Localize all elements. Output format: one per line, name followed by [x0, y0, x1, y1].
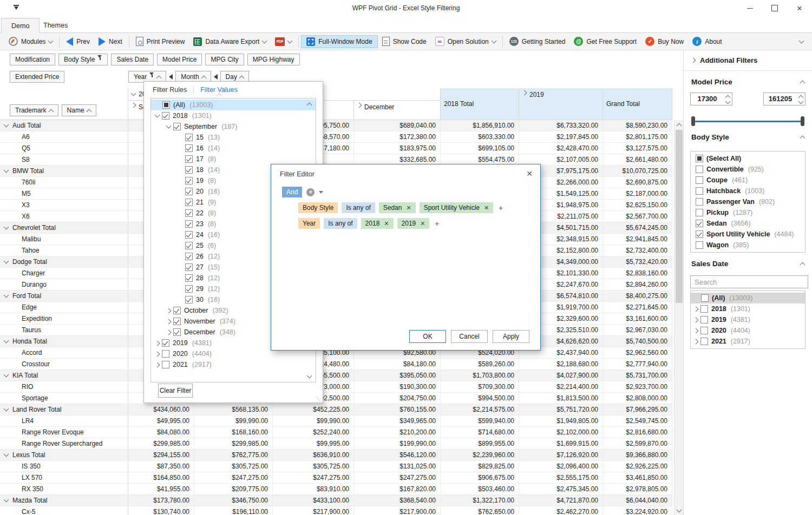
tree-item[interactable]: (Select All): [691, 153, 805, 164]
minimize-button[interactable]: [737, 0, 762, 16]
row-header[interactable]: Sportage: [0, 393, 128, 404]
apply-button[interactable]: Apply: [493, 330, 529, 343]
pivot-cell[interactable]: $190,300.00: [354, 381, 441, 392]
expand-icon[interactable]: [693, 317, 699, 322]
checkbox[interactable]: [173, 123, 181, 130]
row-header[interactable]: LX 570: [0, 472, 128, 483]
additional-filters-header[interactable]: Additional Filters: [684, 50, 812, 71]
checkbox[interactable]: [185, 242, 193, 249]
buy-now-button[interactable]: ✓Buy Now: [641, 35, 688, 48]
tree-item[interactable]: Hatchback(1003): [691, 186, 805, 196]
tree-item[interactable]: Convertible(925): [691, 164, 805, 175]
pivot-cell[interactable]: $2,188,680.00: [519, 359, 603, 369]
collapse-icon[interactable]: [4, 338, 9, 344]
sales-date-search-input[interactable]: [690, 275, 808, 288]
pivot-cell[interactable]: $299,985.00: [194, 438, 273, 449]
row-header[interactable]: S8: [0, 154, 128, 165]
pivot-cell[interactable]: $99,995.00: [273, 438, 354, 449]
pivot-cell[interactable]: $1,322,170.00: [441, 495, 519, 506]
pivot-cell[interactable]: $2,816,680.00: [603, 427, 672, 438]
checkbox[interactable]: [185, 253, 193, 260]
pivot-cell[interactable]: $83,910.00: [273, 484, 354, 494]
pivot-cell[interactable]: $332,685.00: [354, 154, 441, 165]
grid-vertical-scrollbar[interactable]: [674, 120, 684, 515]
pivot-cell[interactable]: $2,197,845.00: [519, 131, 603, 142]
prev-button[interactable]: Prev: [62, 35, 94, 48]
pivot-cell[interactable]: $636,910.00: [273, 450, 354, 460]
pivot-cell[interactable]: $2,978,805.00: [603, 484, 672, 494]
pivot-cell[interactable]: $546,120.00: [354, 450, 441, 460]
collapse-icon[interactable]: [800, 81, 806, 86]
pivot-cell[interactable]: $130,740.00: [128, 506, 194, 515]
expand-icon[interactable]: [693, 328, 699, 333]
pivot-cell[interactable]: $599,940.00: [441, 415, 519, 426]
field-sales-date[interactable]: Sales Date: [111, 54, 154, 65]
pivot-cell[interactable]: $2,923,700.00: [603, 381, 672, 392]
pivot-cell[interactable]: $714,680.00: [441, 427, 519, 438]
pivot-cell[interactable]: $164,850.00: [128, 472, 194, 483]
checkbox[interactable]: [185, 231, 193, 239]
toolbar-overflow-button[interactable]: [795, 38, 808, 45]
checkbox[interactable]: [696, 166, 703, 173]
pivot-cell[interactable]: $699,105.00: [441, 143, 519, 154]
pivot-cell[interactable]: $209,775.00: [194, 484, 273, 494]
maximize-button[interactable]: [762, 0, 787, 16]
condition-value-chip[interactable]: 2018✕: [361, 218, 394, 229]
column-group-2019[interactable]: 2019: [519, 88, 603, 120]
checkbox[interactable]: [162, 101, 170, 109]
tree-item[interactable]: (All)(13003): [151, 100, 316, 110]
field-body-style[interactable]: Body Style: [58, 54, 108, 65]
chevron-down-icon[interactable]: [319, 191, 323, 194]
checkbox[interactable]: [162, 350, 169, 358]
checkbox[interactable]: [700, 305, 708, 313]
row-group-header[interactable]: KIA Total: [0, 370, 128, 381]
pivot-cell[interactable]: $217,900.00: [273, 506, 354, 515]
pivot-cell[interactable]: $99,990.00: [194, 415, 273, 426]
pivot-cell[interactable]: $2,214,400.00: [519, 381, 603, 392]
add-value-icon[interactable]: +: [435, 220, 439, 228]
pivot-cell[interactable]: $3,127,575.00: [603, 143, 672, 154]
open-solution-button[interactable]: Open Solution: [431, 35, 500, 48]
pivot-cell[interactable]: $2,555,175.00: [519, 472, 603, 483]
collapse-icon[interactable]: [4, 452, 9, 457]
pivot-cell[interactable]: $247,275.00: [194, 472, 273, 483]
collapse-icon[interactable]: [131, 91, 136, 96]
pivot-cell[interactable]: $689,040.00: [354, 120, 441, 131]
pivot-cell[interactable]: $346,750.00: [194, 495, 273, 506]
row-header[interactable]: Edge: [0, 302, 128, 313]
checkbox[interactable]: [185, 134, 193, 141]
checkbox[interactable]: [696, 209, 703, 216]
pivot-cell[interactable]: $2,941,845.00: [603, 234, 672, 245]
getting-started-button[interactable]: 123Getting Started: [505, 35, 570, 48]
checkbox[interactable]: [696, 241, 703, 249]
pivot-cell[interactable]: $906,675.00: [441, 472, 519, 483]
pivot-cell[interactable]: $433,100.00: [273, 495, 354, 506]
row-header[interactable]: IS 350: [0, 461, 128, 472]
pivot-cell[interactable]: $709,300.00: [441, 381, 519, 392]
pivot-cell[interactable]: $247,275.00: [273, 472, 354, 483]
checkbox[interactable]: [696, 220, 703, 227]
pivot-cell[interactable]: $2,690,875.00: [603, 177, 672, 188]
pivot-cell[interactable]: $1,813,500.00: [519, 393, 603, 404]
row-group-header[interactable]: Land Rover Total: [0, 404, 128, 415]
cancel-button[interactable]: Cancel: [451, 330, 488, 343]
pivot-cell[interactable]: $5,732,420.00: [603, 256, 672, 267]
pivot-cell[interactable]: $196,110.00: [194, 506, 273, 515]
checkbox[interactable]: [701, 294, 709, 302]
row-header[interactable]: Cx-5: [0, 506, 128, 515]
row-header[interactable]: Range Rover Supercharged: [0, 438, 128, 449]
collapse-icon[interactable]: [4, 225, 9, 230]
pivot-cell[interactable]: $452,225.00: [273, 404, 354, 415]
row-header[interactable]: RIO: [0, 381, 128, 392]
checkbox[interactable]: [185, 144, 193, 152]
row-header[interactable]: Accord: [0, 347, 128, 358]
row-header[interactable]: M5: [0, 188, 128, 199]
checkbox[interactable]: [162, 112, 169, 120]
expand-icon[interactable]: [155, 362, 160, 367]
pdf-export-button[interactable]: [271, 35, 296, 48]
filter-funnel-icon[interactable]: [97, 55, 102, 61]
pivot-cell[interactable]: $3,461,850.00: [603, 472, 672, 483]
condition-field-chip[interactable]: Body Style: [298, 202, 338, 213]
resize-grip[interactable]: ⋱: [316, 396, 321, 402]
pivot-cell[interactable]: $204,750.00: [354, 393, 441, 404]
